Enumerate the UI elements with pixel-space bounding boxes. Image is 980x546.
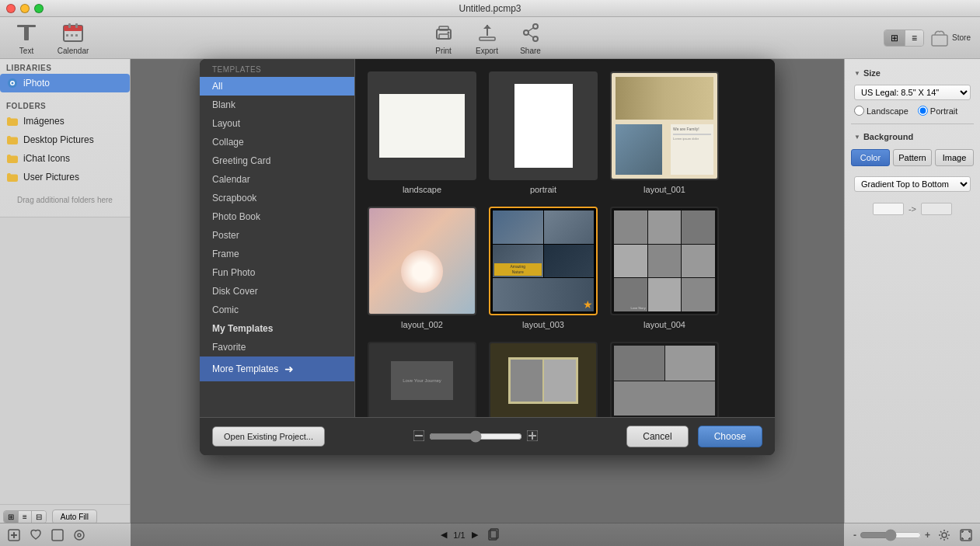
dialog-zoom-slider[interactable] [429, 430, 522, 443]
open-existing-button[interactable]: Open Existing Project... [212, 426, 325, 447]
landscape-radio-label[interactable]: Landscape [854, 106, 909, 116]
sidebar-item-imagenes[interactable]: Imágenes [0, 112, 130, 130]
toolbar-share[interactable]: Share [514, 20, 548, 55]
color-swatch-1[interactable] [873, 203, 904, 215]
template-layout002[interactable]: layout_002 [368, 207, 476, 329]
template-layout005[interactable]: Love Your Journey [368, 342, 476, 417]
store-label: Store [952, 33, 971, 42]
size-select[interactable]: US Legal: 8.5" X 14" [854, 85, 971, 100]
template-thumb-landscape[interactable] [368, 71, 476, 180]
folder-icon-ichat [6, 152, 19, 165]
menu-item-blank[interactable]: Blank [200, 96, 354, 114]
menu-item-greeting-card[interactable]: Greeting Card [200, 151, 354, 170]
heart-icon[interactable] [28, 527, 44, 543]
folder-icon-user [6, 171, 19, 183]
toolbar-export[interactable]: Export [470, 20, 504, 55]
landscape-radio[interactable] [854, 106, 864, 116]
menu-item-frame[interactable]: Frame [200, 245, 354, 263]
bg-color-tab[interactable]: Color [851, 149, 890, 166]
size-triangle-icon: ▼ [854, 70, 860, 77]
menu-item-photo-book[interactable]: Photo Book [200, 207, 354, 226]
portrait-radio-label[interactable]: Portrait [918, 106, 957, 116]
cancel-button[interactable]: Cancel [626, 426, 688, 447]
window-controls[interactable] [6, 4, 44, 13]
toolbar-store[interactable]: Store [930, 29, 971, 47]
portrait-radio[interactable] [918, 106, 928, 116]
zoom-out-icon[interactable] [413, 430, 424, 443]
svg-rect-8 [75, 34, 78, 37]
print-icon [431, 20, 456, 45]
template-layout006[interactable] [489, 342, 598, 417]
sidebar-item-iphoto[interactable]: iPhoto [0, 74, 130, 92]
menu-item-calendar[interactable]: Calendar [200, 170, 354, 189]
menu-item-layout[interactable]: Layout [200, 114, 354, 133]
rotate-icon[interactable] [71, 527, 87, 543]
template-thumb-portrait[interactable] [489, 71, 598, 180]
expand-icon[interactable] [958, 527, 974, 543]
svg-rect-6 [66, 34, 68, 37]
sidebar-item-ichat-icons[interactable]: iChat Icons [0, 149, 130, 168]
toolbar-item-calendar[interactable]: Calendar [56, 20, 90, 55]
more-templates-bar[interactable]: More Templates ➜ [200, 356, 354, 381]
svg-point-14 [533, 24, 538, 29]
template-layout003[interactable]: AmazingNature ★ layout_003 [489, 207, 598, 329]
svg-point-36 [942, 533, 947, 537]
menu-item-scrapbook[interactable]: Scrapbook [200, 189, 354, 207]
template-thumb-layout005[interactable]: Love Your Journey [368, 342, 476, 417]
sidebar-view-toggle[interactable]: ⊞ ≡ ⊟ [3, 510, 47, 523]
template-thumb-layout006[interactable] [489, 342, 598, 417]
toolbar-center: Print Export Sha [103, 20, 871, 55]
menu-item-favorite[interactable]: Favorite [200, 338, 354, 356]
template-layout007[interactable] [610, 342, 719, 417]
template-layout001[interactable]: We are Family! Lorem ipsum dolor layout_… [610, 71, 719, 194]
zoom-in-label[interactable]: + [925, 530, 930, 541]
bg-image-tab[interactable]: Image [935, 149, 974, 166]
template-dialog: Templates All Blank Layout Collage Greet… [200, 59, 775, 455]
close-button[interactable] [6, 4, 16, 13]
svg-point-16 [533, 37, 538, 41]
view-grid-button[interactable]: ⊞ [884, 30, 905, 46]
menu-item-fun-photo[interactable]: Fun Photo [200, 263, 354, 282]
maximize-button[interactable] [34, 4, 44, 13]
zoom-out-label[interactable]: - [853, 530, 856, 541]
add-page-icon[interactable] [6, 527, 22, 543]
menu-item-poster[interactable]: Poster [200, 226, 354, 245]
sidebar-item-desktop-pictures[interactable]: Desktop Pictures [0, 130, 130, 149]
minimize-button[interactable] [20, 4, 30, 13]
zoom-in-icon[interactable] [527, 430, 538, 443]
menu-item-disk-cover[interactable]: Disk Cover [200, 282, 354, 301]
sidebar-grid-btn[interactable]: ⊞ [4, 511, 19, 523]
template-thumb-layout001[interactable]: We are Family! Lorem ipsum dolor [610, 71, 719, 180]
template-thumb-layout007[interactable] [610, 342, 719, 417]
menu-item-collage[interactable]: Collage [200, 133, 354, 151]
template-layout001-label: layout_001 [643, 185, 685, 194]
color-swatch-2[interactable] [921, 203, 952, 215]
menu-item-my-templates[interactable]: My Templates [200, 319, 354, 338]
template-landscape[interactable]: landscape [368, 71, 476, 194]
sidebar-list-btn[interactable]: ≡ [19, 511, 32, 523]
export-label: Export [476, 47, 498, 55]
menu-item-comic[interactable]: Comic [200, 301, 354, 319]
toolbar-item-text[interactable]: Text [9, 20, 44, 55]
bg-pattern-tab[interactable]: Pattern [893, 149, 932, 166]
flag-icon[interactable] [50, 527, 65, 543]
template-thumb-layout004[interactable]: Love Story [610, 207, 719, 315]
choose-button[interactable]: Choose [698, 426, 762, 447]
sidebar-detail-btn[interactable]: ⊟ [32, 511, 46, 523]
bottom-zoom-slider[interactable] [860, 529, 922, 541]
settings-icon[interactable] [936, 527, 952, 543]
template-thumb-layout003[interactable]: AmazingNature ★ [489, 207, 598, 315]
panel-divider-1 [851, 123, 974, 124]
view-list-button[interactable]: ≡ [905, 30, 923, 46]
template-layout004[interactable]: Love Story layout_004 [610, 207, 719, 329]
gradient-select[interactable]: Gradient Top to Bottom [854, 176, 971, 192]
toolbar-print[interactable]: Print [427, 20, 461, 55]
menu-item-all[interactable]: All [200, 77, 354, 96]
svg-rect-31 [52, 530, 63, 541]
template-grid: landscape portrait [355, 59, 775, 417]
view-toggle[interactable]: ⊞ ≡ [884, 30, 924, 47]
template-portrait[interactable]: portrait [489, 71, 598, 194]
template-thumb-layout002[interactable] [368, 207, 476, 315]
sidebar-item-user-pictures[interactable]: User Pictures [0, 168, 130, 186]
svg-rect-3 [64, 26, 82, 31]
